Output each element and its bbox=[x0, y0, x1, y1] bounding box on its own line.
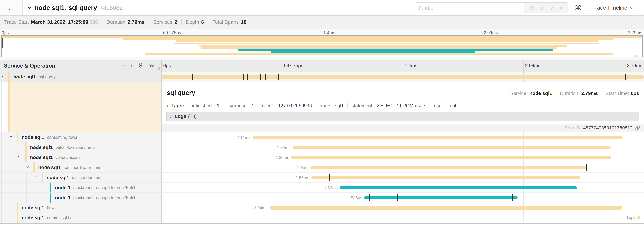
log-marker[interactable] bbox=[394, 194, 395, 201]
log-marker[interactable] bbox=[186, 74, 186, 80]
span-row[interactable]: node 1/cockroach.roachpb.Internal/Batch8… bbox=[0, 193, 644, 203]
span-bar[interactable] bbox=[364, 196, 518, 199]
log-marker[interactable] bbox=[291, 204, 291, 211]
span-name-cell[interactable]: ›node sql1colbatchscan bbox=[0, 152, 162, 162]
span-timeline-cell[interactable] bbox=[162, 72, 644, 82]
log-marker[interactable] bbox=[432, 194, 432, 201]
log-marker[interactable] bbox=[175, 74, 176, 80]
log-marker[interactable] bbox=[516, 194, 516, 201]
log-marker[interactable] bbox=[167, 74, 168, 80]
span-bar[interactable] bbox=[340, 186, 577, 189]
span-name-cell[interactable]: node 1/cockroach.roachpb.Internal/Batch bbox=[0, 193, 162, 203]
log-marker[interactable] bbox=[400, 194, 400, 201]
log-marker[interactable] bbox=[278, 74, 278, 80]
chevron-down-icon[interactable]: › bbox=[33, 176, 39, 178]
locate-icon[interactable]: ◎ bbox=[530, 5, 535, 11]
log-marker[interactable] bbox=[512, 194, 513, 201]
collapse-all-icon[interactable]: ≫ bbox=[137, 63, 144, 69]
log-marker[interactable] bbox=[225, 74, 226, 80]
span-row[interactable]: ›node sql1dist sender send1.56ms bbox=[0, 172, 644, 183]
collapse-one-icon[interactable]: › bbox=[121, 65, 128, 67]
span-row[interactable]: ›node sql1consuming rows2.14ms bbox=[0, 132, 644, 142]
span-name-cell[interactable]: ›node sql1dist sender send bbox=[0, 172, 162, 183]
minimap-canvas[interactable] bbox=[2, 35, 642, 57]
chevron-down-icon[interactable]: › bbox=[17, 156, 22, 158]
span-name-cell[interactable]: ›node sql1consuming rows bbox=[0, 132, 162, 142]
span-bar[interactable] bbox=[291, 156, 611, 159]
span-bar[interactable] bbox=[311, 176, 580, 179]
span-timeline-cell[interactable]: 1.56ms bbox=[162, 172, 644, 183]
span-bar[interactable] bbox=[310, 166, 587, 169]
span-name-cell[interactable]: ›node sql1sql query bbox=[0, 72, 162, 82]
span-row[interactable]: node sql1flow2.04ms bbox=[0, 203, 644, 213]
span-timeline-cell[interactable]: 2.04ms bbox=[162, 203, 644, 213]
log-marker[interactable] bbox=[265, 74, 266, 80]
log-marker[interactable] bbox=[392, 194, 392, 201]
trace-title-wrap[interactable]: › node sql1: sql query 7418682 bbox=[28, 4, 123, 12]
span-timeline-cell[interactable]: 1.6ms bbox=[162, 162, 644, 172]
clear-search-icon[interactable]: × bbox=[560, 5, 562, 11]
chevron-down-icon[interactable]: › bbox=[0, 75, 6, 77]
log-marker[interactable] bbox=[192, 74, 193, 80]
span-timeline-cell[interactable]: 2.14ms bbox=[162, 132, 644, 142]
log-marker[interactable] bbox=[330, 174, 330, 181]
span-row[interactable]: ›node sql1txn coordinator send1.6ms bbox=[0, 162, 644, 172]
log-marker[interactable] bbox=[626, 74, 626, 80]
log-marker[interactable] bbox=[611, 144, 611, 151]
tags-row[interactable]: ›Tags:_unfinished=1_verbose=1client=127.… bbox=[162, 100, 644, 111]
log-marker[interactable] bbox=[317, 174, 317, 181]
span-bar[interactable] bbox=[270, 206, 622, 209]
log-marker[interactable] bbox=[382, 194, 382, 201]
span-row[interactable]: node sql1batch flow coordinator1.84ms bbox=[0, 142, 644, 152]
chevron-right-icon[interactable]: › bbox=[167, 103, 168, 108]
log-marker[interactable] bbox=[369, 194, 370, 201]
span-timeline-cell[interactable]: 1.85ms bbox=[162, 152, 644, 162]
horizontal-scrollbar[interactable] bbox=[0, 223, 644, 223]
chevron-right-icon[interactable]: › bbox=[170, 114, 172, 119]
log-marker[interactable] bbox=[194, 74, 194, 80]
next-match-icon[interactable]: ∨ bbox=[550, 5, 554, 11]
keyboard-shortcuts-button[interactable]: ⌘ bbox=[572, 2, 584, 14]
span-name-cell[interactable]: node sql1commit sql txn bbox=[0, 213, 162, 223]
expand-all-icon[interactable]: ≫ bbox=[149, 63, 154, 69]
log-marker[interactable] bbox=[387, 194, 387, 201]
log-marker[interactable] bbox=[310, 154, 310, 161]
link-icon[interactable] bbox=[635, 125, 640, 131]
chevron-down-icon[interactable]: › bbox=[8, 136, 14, 137]
span-timeline-cell[interactable]: 886μs bbox=[162, 193, 644, 203]
log-marker[interactable] bbox=[248, 74, 248, 80]
span-name-cell[interactable]: node sql1batch flow coordinator bbox=[0, 142, 162, 152]
span-row[interactable]: node 1/cockroach.roachpb.Internal/Batch1… bbox=[0, 183, 644, 193]
view-selector-button[interactable]: Trace Timeline ∨ bbox=[588, 2, 638, 14]
span-timeline-cell[interactable]: 1.84ms bbox=[162, 142, 644, 152]
span-bar[interactable] bbox=[638, 216, 640, 219]
log-marker[interactable] bbox=[249, 74, 250, 80]
span-row[interactable]: ›node sql1sql query bbox=[0, 72, 644, 82]
log-marker[interactable] bbox=[196, 74, 196, 80]
span-name-cell[interactable]: node 1/cockroach.roachpb.Internal/Batch bbox=[0, 183, 162, 193]
chevron-down-icon[interactable]: › bbox=[26, 7, 34, 9]
log-marker[interactable] bbox=[292, 204, 292, 211]
logs-row[interactable]: ›Logs(18) bbox=[166, 112, 639, 121]
log-marker[interactable] bbox=[260, 74, 261, 80]
log-marker[interactable] bbox=[338, 174, 338, 181]
log-marker[interactable] bbox=[245, 74, 246, 80]
search-input[interactable] bbox=[415, 3, 524, 13]
log-marker[interactable] bbox=[397, 194, 398, 201]
span-bar[interactable] bbox=[252, 136, 622, 139]
chevron-down-icon[interactable]: › bbox=[25, 166, 31, 168]
log-marker[interactable] bbox=[272, 204, 272, 211]
span-row[interactable]: node sql1commit sql txn14μs bbox=[0, 213, 644, 223]
log-marker[interactable] bbox=[628, 74, 628, 80]
log-marker[interactable] bbox=[586, 164, 587, 171]
span-bar[interactable] bbox=[292, 146, 611, 149]
span-bar[interactable] bbox=[162, 75, 644, 79]
span-timeline-cell[interactable]: 14μs bbox=[162, 213, 644, 223]
expand-one-icon[interactable]: › bbox=[130, 63, 132, 69]
log-marker[interactable] bbox=[276, 204, 276, 211]
prev-match-icon[interactable]: ∧ bbox=[540, 5, 544, 11]
span-name-cell[interactable]: node sql1flow bbox=[0, 203, 162, 213]
log-marker[interactable] bbox=[243, 74, 244, 80]
span-row[interactable]: ›node sql1colbatchscan1.85ms bbox=[0, 152, 644, 162]
back-button[interactable]: ← bbox=[0, 0, 22, 16]
